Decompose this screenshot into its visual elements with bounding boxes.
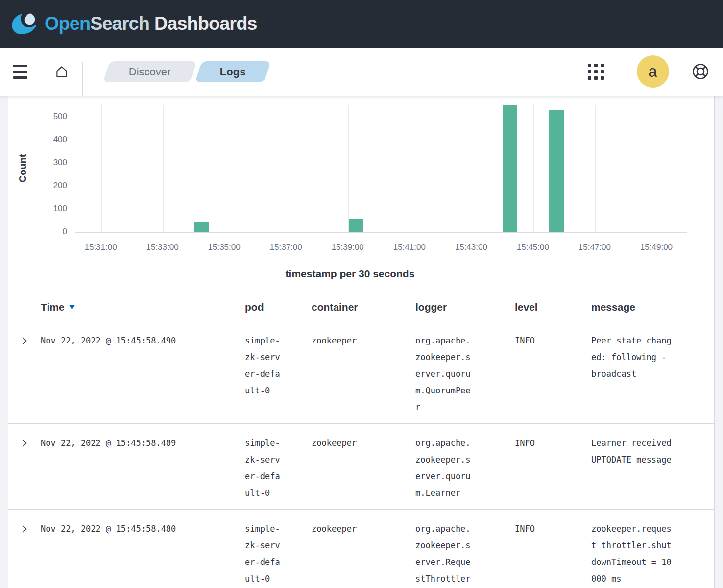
apps-grid-icon: [588, 64, 604, 80]
cell-pod: simple-zk-server-default-0: [245, 321, 312, 424]
y-axis-tick-label: 0: [33, 227, 67, 237]
x-axis-tick-label: 15:49:00: [625, 243, 688, 252]
chevron-right-icon: [20, 524, 29, 534]
y-axis-tick-label: 300: [33, 158, 67, 168]
table-row[interactable]: Nov 22, 2022 @ 15:45:58.490 simple-zk-se…: [8, 321, 714, 424]
horizontal-gridline: [75, 140, 687, 140]
cell-time: Nov 22, 2022 @ 15:45:58.480: [41, 510, 245, 588]
user-menu-button[interactable]: a: [628, 48, 677, 96]
page-content: Count timestamp per 30 seconds 15:31:001…: [0, 96, 723, 588]
cell-logger: org.apache.zookeeper.server.quorum.Learn…: [415, 424, 515, 510]
expand-row-button[interactable]: [20, 336, 29, 347]
cell-pod: simple-zk-server-default-0: [245, 424, 312, 510]
cell-time: Nov 22, 2022 @ 15:45:58.490: [41, 321, 245, 424]
table-row[interactable]: Nov 22, 2022 @ 15:45:58.480 simple-zk-se…: [8, 510, 714, 588]
column-header-logger[interactable]: logger: [415, 294, 515, 321]
x-axis-title: timestamp per 30 seconds: [8, 268, 692, 280]
cell-logger: org.apache.zookeeper.server.RequestThrot…: [415, 510, 515, 588]
opensearch-logo-text: OpenSearchDashboards: [45, 13, 257, 34]
cell-level: INFO: [515, 510, 591, 588]
cell-time: Nov 22, 2022 @ 15:45:58.489: [41, 424, 245, 510]
cell-container: zookeeper: [312, 510, 415, 588]
cell-container: zookeeper: [312, 321, 415, 424]
breadcrumb: Discover Logs: [106, 48, 267, 96]
vertical-gridline: [225, 105, 225, 232]
column-header-container[interactable]: container: [312, 294, 415, 321]
x-axis-tick-label: 15:43:00: [439, 243, 503, 252]
x-axis-tick-label: 15:31:00: [69, 243, 133, 252]
y-axis-tick-label: 200: [33, 181, 67, 191]
apps-menu-button[interactable]: [563, 48, 628, 96]
y-axis-tick-label: 400: [33, 135, 67, 145]
sort-desc-icon[interactable]: [69, 305, 75, 310]
cell-container: zookeeper: [312, 424, 415, 510]
divider: [82, 62, 83, 96]
vertical-gridline: [595, 105, 596, 232]
histogram-bar[interactable]: [503, 105, 518, 232]
vertical-gridline: [287, 105, 287, 232]
table-header-row: Time pod container logger level message: [8, 294, 714, 321]
opensearch-logo[interactable]: OpenSearchDashboards: [11, 13, 257, 35]
column-header-message[interactable]: message: [591, 294, 714, 321]
help-button[interactable]: [677, 48, 723, 96]
vertical-gridline: [101, 105, 102, 232]
cell-expand: [8, 510, 41, 588]
x-axis-tick-label: 15:47:00: [563, 243, 627, 252]
breadcrumb-discover-label: Discover: [129, 65, 171, 78]
horizontal-gridline: [75, 117, 687, 117]
x-axis-tick-label: 15:37:00: [254, 243, 318, 252]
breadcrumb-logs-label: Logs: [220, 65, 246, 78]
cell-level: INFO: [515, 424, 591, 510]
column-header-level[interactable]: level: [515, 294, 591, 321]
logo-word-open: Open: [45, 13, 90, 34]
breadcrumb-logs[interactable]: Logs: [195, 61, 271, 82]
expand-row-button[interactable]: [20, 524, 29, 535]
discover-panel: Count timestamp per 30 seconds 15:31:001…: [8, 96, 715, 588]
column-header-time[interactable]: Time: [41, 294, 245, 321]
histogram-chart[interactable]: Count timestamp per 30 seconds 15:31:001…: [8, 96, 714, 294]
x-axis-tick-label: 15:41:00: [378, 243, 441, 252]
column-header-pod[interactable]: pod: [245, 294, 312, 321]
cell-message: Peer state changed: following - broadcas…: [591, 321, 714, 424]
breadcrumb-discover[interactable]: Discover: [103, 61, 197, 82]
x-axis-tick-label: 15:45:00: [501, 243, 565, 252]
expand-row-button[interactable]: [20, 439, 29, 449]
vertical-gridline: [410, 105, 410, 232]
horizontal-gridline: [75, 209, 687, 209]
home-icon: [54, 64, 69, 79]
histogram-bar[interactable]: [194, 222, 209, 232]
opensearch-logo-icon: [11, 13, 37, 35]
table-row[interactable]: Nov 22, 2022 @ 15:45:58.489 simple-zk-se…: [8, 424, 714, 510]
cell-message: zookeeper.request_throttler.shutdownTime…: [591, 510, 714, 588]
chevron-right-icon: [20, 336, 29, 345]
log-table: Time pod container logger level message: [8, 294, 714, 588]
chevron-right-icon: [20, 439, 29, 448]
vertical-gridline: [163, 105, 164, 232]
logo-word-search: Search: [90, 13, 149, 34]
x-axis-tick-label: 15:39:00: [316, 243, 380, 252]
cell-level: INFO: [515, 321, 591, 424]
navbar: Discover Logs a: [0, 48, 723, 96]
vertical-gridline: [472, 105, 472, 232]
cell-logger: org.apache.zookeeper.server.quorum.Quoru…: [415, 321, 515, 424]
cell-expand: [8, 424, 41, 510]
navbar-right: a: [563, 48, 723, 96]
cell-expand: [8, 321, 41, 424]
cell-message: Learner received UPTODATE message: [591, 424, 714, 510]
y-axis-tick-label: 500: [33, 112, 67, 122]
hamburger-icon: [13, 65, 27, 79]
horizontal-gridline: [75, 163, 687, 163]
help-lifebuoy-icon: [690, 61, 711, 82]
histogram-bar[interactable]: [549, 110, 564, 232]
plot-area[interactable]: [75, 105, 687, 233]
header-expand-spacer: [8, 294, 41, 321]
logo-word-dashboards: Dashboards: [154, 13, 257, 34]
top-banner: OpenSearchDashboards: [0, 0, 723, 48]
histogram-bar[interactable]: [349, 219, 363, 232]
home-button[interactable]: [41, 48, 82, 96]
menu-button[interactable]: [0, 48, 41, 96]
x-axis-tick-label: 15:35:00: [193, 243, 256, 252]
vertical-gridline: [657, 105, 657, 232]
vertical-gridline: [533, 105, 534, 232]
avatar: a: [637, 55, 669, 88]
